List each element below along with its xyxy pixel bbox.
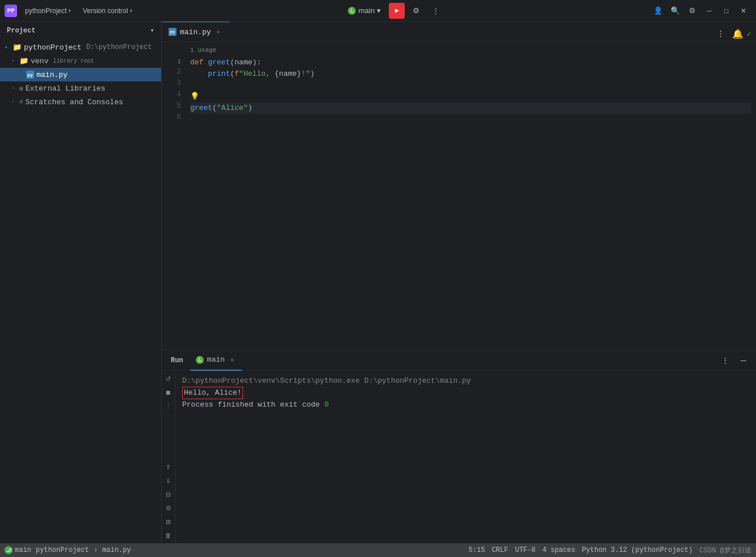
git-icon: ⎇ — [5, 546, 13, 554]
venv-folder-icon: 📁 — [19, 56, 28, 65]
notification-button[interactable]: 🔔 — [730, 26, 746, 42]
python-file-icon: py — [26, 71, 34, 79]
code-line-6 — [190, 114, 751, 125]
run-tab-close[interactable]: ✕ — [228, 356, 236, 364]
builtin-print: print — [208, 68, 230, 80]
csdn-watermark: CSDN @梦之归途 — [700, 546, 751, 555]
sidebar-item-pythonProject[interactable]: ▾ 📁 pythonProject D:\pythonProject — [0, 40, 161, 54]
indent — [190, 68, 208, 80]
brace-close: } — [297, 68, 301, 80]
breadcrumb-sep: › — [93, 546, 97, 554]
more-button[interactable]: ⋮ — [428, 3, 443, 19]
status-bar: ⎇ main pythonProject › main.py 5:15 CRLF… — [0, 543, 756, 557]
checkmark-icon: ✓ — [747, 29, 751, 39]
exit-message: Process finished with exit code — [182, 400, 324, 409]
console-output-line: Hello, Alice! — [182, 387, 749, 399]
console-exit-line: Process finished with exit code 0 — [182, 399, 749, 411]
line-num-6: 6 — [176, 112, 181, 123]
title-bar: PP pythonProject ▾ Version control ▾ 🐍 m… — [0, 0, 756, 22]
code-line-1: def greet(name): — [190, 57, 751, 68]
paren-open-3: ( — [212, 103, 217, 114]
run-config-label: main — [358, 6, 375, 15]
run-label: Run — [166, 357, 188, 364]
sidebar: Project ▾ ▾ 📁 pythonProject D:\pythonPro… — [0, 22, 162, 543]
colon: : — [257, 57, 261, 68]
paren-close: ) — [252, 57, 257, 68]
project-root-name: pythonProject — [24, 43, 81, 52]
console-text[interactable]: D:\pythonProject\venv\Scripts\python.exe… — [175, 371, 756, 543]
close-button[interactable]: ✕ — [736, 3, 751, 19]
run-config-button[interactable]: 🐍 main ▾ — [343, 5, 385, 17]
main-py-label: main.py — [36, 71, 68, 79]
console-content: ↺ ⏹ ⋮ ⇑ ⇓ ⊟ ⚙ ⊞ 🗑 D:\pythonProject\venv\… — [162, 371, 756, 543]
version-control-label: Version control — [83, 7, 128, 15]
fstring-var: name — [279, 68, 297, 80]
console-output: Hello, Alice! — [182, 387, 243, 399]
settings-button-run[interactable]: ⚙ — [163, 502, 174, 514]
run-more-button[interactable]: ⋮ — [163, 400, 174, 412]
status-bar-left: ⎇ main pythonProject › main.py — [5, 546, 131, 554]
line-numbers: 1 2 3 4 5 6 — [162, 42, 186, 350]
bulb-icon: 💡 — [190, 91, 199, 103]
status-bar-right: 5:15 CRLF UTF-8 4 spaces Python 3.12 (py… — [469, 546, 751, 555]
git-status: ⎇ main — [5, 546, 31, 554]
run-tab-main[interactable]: 🐍 main ✕ — [190, 350, 242, 371]
filter-button[interactable]: ⊟ — [163, 489, 174, 500]
tab-close-button[interactable]: ✕ — [215, 28, 223, 36]
line-num-4: 4 — [176, 89, 181, 100]
code-area[interactable]: 1 usage def greet(name): print(f"Hello, … — [186, 42, 756, 350]
venv-label: venv — [31, 57, 48, 65]
run-panel-close-button[interactable]: ─ — [736, 353, 751, 368]
run-button[interactable]: ▶ — [389, 3, 405, 19]
minimize-button[interactable]: ─ — [701, 3, 717, 19]
scratch-icon: ≡ — [19, 99, 23, 105]
version-control-button[interactable]: Version control ▾ — [78, 5, 137, 17]
ide-settings-button[interactable]: ⚙ — [684, 3, 700, 19]
profile-button[interactable]: 👤 — [650, 3, 666, 19]
search-button[interactable]: 🔍 — [667, 3, 683, 19]
extlib-label: External Libraries — [26, 84, 105, 93]
keyword-def: def — [190, 57, 208, 68]
tab-overflow-button[interactable]: ⋮ — [713, 26, 729, 42]
project-menu-button[interactable]: pythonProject ▾ — [20, 5, 76, 17]
sidebar-item-scratches[interactable]: › ≡ Scratches and Consoles — [0, 95, 161, 109]
project-chevron: ▾ — [68, 8, 71, 14]
logo-icon: PP — [5, 5, 17, 17]
tab-main-py[interactable]: py main.py ✕ — [162, 22, 229, 42]
editor-content[interactable]: 1 2 3 4 5 6 1 usage def greet(name): — [162, 42, 756, 350]
console-command: D:\pythonProject\venv\Scripts\python.exe… — [182, 375, 749, 387]
cursor-position: 5:15 — [469, 546, 485, 554]
paren-close-2: ) — [310, 68, 315, 80]
sidebar-item-venv[interactable]: › 📁 venv library root — [0, 54, 161, 68]
rerun-button[interactable]: ↺ — [163, 373, 174, 384]
function-name: greet — [208, 57, 230, 68]
bottom-panel: Run 🐍 main ✕ ⋮ ─ ↺ ⏹ ⋮ — [162, 350, 756, 543]
run-panel-more-button[interactable]: ⋮ — [717, 353, 733, 368]
status-breadcrumb: pythonProject — [36, 546, 89, 554]
run-panel-right: ⋮ ─ — [717, 353, 751, 368]
paren-open-2: ( — [230, 68, 235, 80]
clear-button[interactable]: 🗑 — [163, 530, 174, 541]
stop-button[interactable]: ⏹ — [163, 387, 174, 398]
expand-icon: ▾ — [5, 44, 10, 51]
code-line-5: greet("Alice") — [190, 103, 751, 114]
scratch-expand-icon: › — [11, 99, 17, 105]
call-greet: greet — [190, 103, 212, 114]
scroll-down-button[interactable]: ⇓ — [163, 475, 174, 486]
main-layout: Project ▾ ▾ 📁 pythonProject D:\pythonPro… — [0, 22, 756, 543]
exit-code: 0 — [324, 400, 329, 409]
maximize-button[interactable]: □ — [718, 3, 734, 19]
scroll-up-button[interactable]: ⇑ — [163, 461, 174, 473]
layout-button[interactable]: ⊞ — [163, 516, 174, 527]
run-panel-header: Run 🐍 main ✕ ⋮ ─ — [162, 350, 756, 371]
run-tab-python-icon: 🐍 — [196, 356, 204, 364]
run-side-bar: ↺ ⏹ ⋮ ⇑ ⇓ ⊟ ⚙ ⊞ 🗑 — [162, 371, 175, 543]
sidebar-item-external-libraries[interactable]: › ⊞ External Libraries — [0, 81, 161, 95]
editor-area: py main.py ✕ ⋮ 🔔 ✓ 1 2 3 4 5 — [162, 22, 756, 350]
sidebar-item-main-py[interactable]: py main.py — [0, 68, 161, 81]
editor-container: py main.py ✕ ⋮ 🔔 ✓ 1 2 3 4 5 — [162, 22, 756, 543]
string-alice: "Alice" — [217, 103, 248, 114]
debug-button[interactable]: ⚙ — [408, 3, 424, 19]
tab-bar-right: ⋮ 🔔 ✓ — [713, 26, 756, 42]
venv-expand-icon: › — [11, 58, 17, 64]
